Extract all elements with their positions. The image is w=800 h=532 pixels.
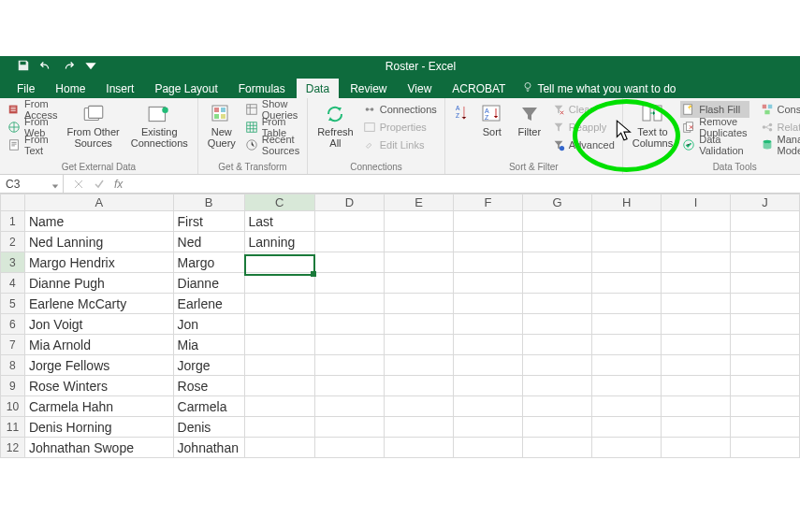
cell[interactable] (730, 273, 799, 294)
redo-icon[interactable] (62, 59, 75, 75)
existing-connections-button[interactable]: Existing Connections (127, 101, 192, 162)
cell[interactable]: Rose Winters (24, 376, 173, 396)
cell[interactable] (592, 376, 662, 396)
cell[interactable] (314, 232, 384, 252)
cell[interactable] (453, 396, 522, 417)
cell[interactable] (522, 417, 591, 438)
col-header[interactable]: H (592, 194, 662, 211)
cell[interactable] (522, 232, 591, 252)
cell[interactable] (592, 314, 662, 335)
cell[interactable]: Dianne (173, 273, 244, 294)
col-header[interactable]: D (314, 194, 384, 211)
cell[interactable] (453, 355, 522, 376)
connections-button[interactable]: Connections (361, 101, 439, 118)
cell[interactable] (592, 417, 662, 438)
row-header[interactable]: 12 (1, 438, 25, 458)
cell[interactable]: First (173, 211, 244, 232)
cell[interactable] (522, 438, 591, 458)
row-header[interactable]: 6 (1, 314, 25, 335)
cell[interactable] (384, 417, 453, 438)
cell[interactable] (384, 376, 453, 396)
cell[interactable] (244, 396, 314, 417)
cell[interactable] (244, 376, 314, 396)
tab-review[interactable]: Review (341, 79, 396, 98)
row-header[interactable]: 7 (1, 335, 25, 355)
cell[interactable] (592, 211, 662, 232)
cell[interactable] (522, 355, 591, 376)
cell[interactable] (662, 252, 731, 273)
cell[interactable] (730, 294, 799, 314)
cell[interactable] (730, 376, 799, 396)
cell[interactable] (592, 355, 662, 376)
cell[interactable] (453, 273, 522, 294)
tab-page-layout[interactable]: Page Layout (145, 79, 226, 98)
cell[interactable]: Mia Arnold (24, 335, 173, 355)
row-header[interactable]: 9 (1, 376, 25, 396)
cell[interactable]: Rose (173, 376, 244, 396)
cell[interactable] (662, 355, 731, 376)
cell[interactable] (314, 438, 384, 458)
cell[interactable] (522, 376, 591, 396)
cell[interactable] (662, 211, 731, 232)
cell[interactable] (453, 438, 522, 458)
cell[interactable]: Earlene (173, 294, 244, 314)
cell[interactable] (522, 335, 591, 355)
cell[interactable]: Denis (173, 417, 244, 438)
cell[interactable]: Jorge (173, 355, 244, 376)
cell[interactable] (453, 335, 522, 355)
advanced-button[interactable]: Advanced (550, 137, 617, 153)
recent-sources-button[interactable]: Recent Sources (243, 137, 301, 153)
cell[interactable]: Jorge Fellows (24, 355, 173, 376)
cell[interactable]: Margo (173, 252, 244, 273)
cell[interactable] (730, 396, 799, 417)
filter-button[interactable]: Filter (513, 101, 546, 162)
qat-dropdown-icon[interactable] (84, 59, 97, 75)
cell[interactable] (244, 273, 314, 294)
cell[interactable] (244, 335, 314, 355)
cell[interactable] (592, 273, 662, 294)
cell[interactable]: Jon (173, 314, 244, 335)
cell[interactable]: Jon Voigt (24, 314, 173, 335)
enter-formula-button[interactable] (94, 179, 105, 190)
cell[interactable]: Last (244, 211, 314, 232)
row-header[interactable]: 3 (1, 252, 25, 273)
cell[interactable] (592, 396, 662, 417)
cell[interactable] (522, 294, 591, 314)
sort-az-button[interactable]: AZ (451, 101, 472, 162)
tell-me-search[interactable]: Tell me what you want to do (522, 81, 676, 98)
undo-icon[interactable] (39, 59, 52, 75)
cell[interactable] (522, 252, 591, 273)
cell[interactable] (662, 335, 731, 355)
cell[interactable] (730, 417, 799, 438)
cell[interactable] (662, 294, 731, 314)
data-validation-button[interactable]: Data Validation (680, 137, 749, 153)
cell[interactable] (314, 355, 384, 376)
chevron-down-icon[interactable] (51, 180, 59, 193)
cell[interactable] (662, 232, 731, 252)
cell[interactable] (244, 417, 314, 438)
cell[interactable]: Mia (173, 335, 244, 355)
new-query-button[interactable]: New Query (204, 101, 240, 162)
cell[interactable] (662, 273, 731, 294)
save-icon[interactable] (17, 59, 30, 75)
col-header[interactable]: J (730, 194, 799, 211)
cell[interactable] (592, 438, 662, 458)
cell[interactable] (662, 376, 731, 396)
manage-data-model-button[interactable]: Manage Data Model (759, 137, 800, 153)
cell[interactable] (730, 252, 799, 273)
cell[interactable] (592, 252, 662, 273)
tab-acrobat[interactable]: ACROBAT (443, 79, 515, 98)
cell[interactable]: Name (24, 211, 173, 232)
cell[interactable] (314, 273, 384, 294)
cell[interactable]: Denis Horning (24, 417, 173, 438)
cell[interactable] (314, 314, 384, 335)
row-header[interactable]: 2 (1, 232, 25, 252)
col-header[interactable]: B (173, 194, 244, 211)
consolidate-button[interactable]: Consolidate (759, 101, 800, 118)
tab-insert[interactable]: Insert (96, 79, 143, 98)
text-to-columns-button[interactable]: Text to Columns (629, 101, 676, 162)
cell[interactable] (244, 294, 314, 314)
cell[interactable] (453, 314, 522, 335)
cell[interactable] (522, 396, 591, 417)
col-header[interactable]: E (384, 194, 453, 211)
